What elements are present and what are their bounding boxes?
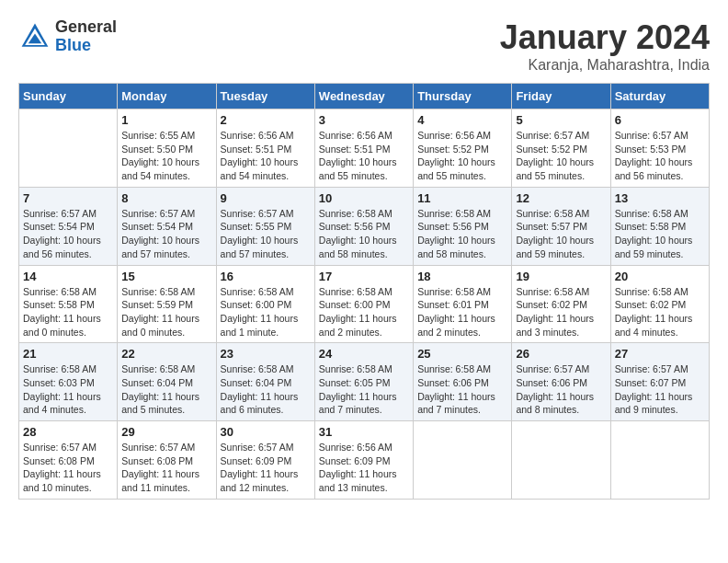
calendar-cell: 9Sunrise: 6:57 AM Sunset: 5:55 PM Daylig… xyxy=(216,187,314,265)
calendar-cell: 11Sunrise: 6:58 AM Sunset: 5:56 PM Dayli… xyxy=(414,187,512,265)
cell-day-number: 24 xyxy=(319,347,409,361)
cell-info-text: Sunrise: 6:55 AM Sunset: 5:50 PM Dayligh… xyxy=(121,129,211,183)
calendar-cell: 19Sunrise: 6:58 AM Sunset: 6:02 PM Dayli… xyxy=(512,265,610,343)
calendar-cell: 31Sunrise: 6:56 AM Sunset: 6:09 PM Dayli… xyxy=(314,421,413,500)
month-title: January 2024 xyxy=(500,18,710,57)
cell-info-text: Sunrise: 6:58 AM Sunset: 5:56 PM Dayligh… xyxy=(319,207,409,261)
cell-day-number: 16 xyxy=(221,270,311,283)
calendar-week-row: 21Sunrise: 6:58 AM Sunset: 6:03 PM Dayli… xyxy=(19,343,710,421)
calendar-cell: 29Sunrise: 6:57 AM Sunset: 6:08 PM Dayli… xyxy=(118,421,216,500)
cell-day-number: 2 xyxy=(221,113,311,127)
weekday-header-cell: Friday xyxy=(512,84,610,109)
calendar-cell: 6Sunrise: 6:57 AM Sunset: 5:53 PM Daylig… xyxy=(610,109,709,188)
cell-day-number: 9 xyxy=(221,191,311,205)
cell-day-number: 25 xyxy=(417,347,507,361)
cell-day-number: 8 xyxy=(121,191,211,205)
logo-text: General Blue xyxy=(55,18,117,55)
cell-info-text: Sunrise: 6:57 AM Sunset: 5:54 PM Dayligh… xyxy=(121,207,211,261)
calendar-cell xyxy=(512,421,610,500)
cell-info-text: Sunrise: 6:57 AM Sunset: 5:55 PM Dayligh… xyxy=(221,207,311,261)
calendar-cell: 24Sunrise: 6:58 AM Sunset: 6:05 PM Dayli… xyxy=(314,343,413,421)
calendar-cell: 7Sunrise: 6:57 AM Sunset: 5:54 PM Daylig… xyxy=(19,187,118,265)
weekday-header-cell: Monday xyxy=(118,84,216,109)
cell-info-text: Sunrise: 6:58 AM Sunset: 6:02 PM Dayligh… xyxy=(615,285,705,339)
calendar-cell xyxy=(19,109,118,188)
cell-info-text: Sunrise: 6:58 AM Sunset: 6:03 PM Dayligh… xyxy=(23,362,113,417)
calendar-cell: 23Sunrise: 6:58 AM Sunset: 6:04 PM Dayli… xyxy=(216,343,314,421)
cell-day-number: 17 xyxy=(319,270,409,283)
location-title: Karanja, Maharashtra, India xyxy=(500,57,710,74)
cell-day-number: 11 xyxy=(417,191,507,205)
logo-blue: Blue xyxy=(55,36,91,54)
cell-day-number: 30 xyxy=(221,425,311,439)
calendar-cell: 13Sunrise: 6:58 AM Sunset: 5:58 PM Dayli… xyxy=(610,187,709,265)
cell-day-number: 12 xyxy=(516,191,606,205)
cell-info-text: Sunrise: 6:57 AM Sunset: 6:09 PM Dayligh… xyxy=(221,441,311,495)
calendar-cell: 16Sunrise: 6:58 AM Sunset: 6:00 PM Dayli… xyxy=(216,265,314,343)
calendar-cell: 5Sunrise: 6:57 AM Sunset: 5:52 PM Daylig… xyxy=(512,109,610,188)
weekday-header-cell: Wednesday xyxy=(314,84,413,109)
cell-day-number: 28 xyxy=(23,425,113,439)
calendar-cell: 17Sunrise: 6:58 AM Sunset: 6:00 PM Dayli… xyxy=(314,265,413,343)
cell-info-text: Sunrise: 6:58 AM Sunset: 6:04 PM Dayligh… xyxy=(121,362,211,417)
weekday-header-cell: Sunday xyxy=(19,84,118,109)
cell-info-text: Sunrise: 6:56 AM Sunset: 5:52 PM Dayligh… xyxy=(417,129,507,183)
cell-info-text: Sunrise: 6:58 AM Sunset: 5:57 PM Dayligh… xyxy=(516,207,606,261)
cell-day-number: 4 xyxy=(417,113,507,127)
calendar-week-row: 1Sunrise: 6:55 AM Sunset: 5:50 PM Daylig… xyxy=(19,109,710,188)
cell-day-number: 22 xyxy=(121,347,211,361)
calendar-cell xyxy=(414,421,512,500)
cell-day-number: 23 xyxy=(221,347,311,361)
cell-day-number: 1 xyxy=(121,113,211,127)
cell-info-text: Sunrise: 6:58 AM Sunset: 5:58 PM Dayligh… xyxy=(615,207,705,261)
cell-info-text: Sunrise: 6:58 AM Sunset: 6:05 PM Dayligh… xyxy=(319,362,409,417)
title-block: January 2024 Karanja, Maharashtra, India xyxy=(500,18,710,74)
cell-info-text: Sunrise: 6:57 AM Sunset: 6:08 PM Dayligh… xyxy=(121,441,211,495)
calendar-cell: 15Sunrise: 6:58 AM Sunset: 5:59 PM Dayli… xyxy=(118,265,216,343)
cell-info-text: Sunrise: 6:56 AM Sunset: 6:09 PM Dayligh… xyxy=(319,441,409,495)
calendar-cell xyxy=(610,421,709,500)
calendar-cell: 4Sunrise: 6:56 AM Sunset: 5:52 PM Daylig… xyxy=(414,109,512,188)
cell-info-text: Sunrise: 6:58 AM Sunset: 6:01 PM Dayligh… xyxy=(417,285,507,339)
calendar-cell: 20Sunrise: 6:58 AM Sunset: 6:02 PM Dayli… xyxy=(610,265,709,343)
cell-day-number: 14 xyxy=(23,270,113,283)
cell-info-text: Sunrise: 6:57 AM Sunset: 6:08 PM Dayligh… xyxy=(23,441,113,495)
cell-day-number: 29 xyxy=(121,425,211,439)
cell-day-number: 5 xyxy=(516,113,606,127)
weekday-header-cell: Thursday xyxy=(414,84,512,109)
calendar-cell: 28Sunrise: 6:57 AM Sunset: 6:08 PM Dayli… xyxy=(19,421,118,500)
logo-icon xyxy=(18,20,51,53)
calendar-cell: 2Sunrise: 6:56 AM Sunset: 5:51 PM Daylig… xyxy=(216,109,314,188)
cell-info-text: Sunrise: 6:58 AM Sunset: 6:06 PM Dayligh… xyxy=(417,362,507,417)
cell-info-text: Sunrise: 6:57 AM Sunset: 6:06 PM Dayligh… xyxy=(516,362,606,417)
weekday-header-cell: Tuesday xyxy=(216,84,314,109)
calendar-cell: 22Sunrise: 6:58 AM Sunset: 6:04 PM Dayli… xyxy=(118,343,216,421)
cell-day-number: 3 xyxy=(319,113,409,127)
calendar-cell: 10Sunrise: 6:58 AM Sunset: 5:56 PM Dayli… xyxy=(314,187,413,265)
calendar-cell: 8Sunrise: 6:57 AM Sunset: 5:54 PM Daylig… xyxy=(118,187,216,265)
calendar-cell: 21Sunrise: 6:58 AM Sunset: 6:03 PM Dayli… xyxy=(19,343,118,421)
cell-day-number: 18 xyxy=(417,270,507,283)
calendar-table: SundayMondayTuesdayWednesdayThursdayFrid… xyxy=(18,83,710,500)
cell-info-text: Sunrise: 6:56 AM Sunset: 5:51 PM Dayligh… xyxy=(319,129,409,183)
cell-day-number: 27 xyxy=(615,347,705,361)
calendar-cell: 1Sunrise: 6:55 AM Sunset: 5:50 PM Daylig… xyxy=(118,109,216,188)
calendar-cell: 12Sunrise: 6:58 AM Sunset: 5:57 PM Dayli… xyxy=(512,187,610,265)
calendar-cell: 25Sunrise: 6:58 AM Sunset: 6:06 PM Dayli… xyxy=(414,343,512,421)
cell-day-number: 13 xyxy=(615,191,705,205)
cell-info-text: Sunrise: 6:58 AM Sunset: 6:02 PM Dayligh… xyxy=(516,285,606,339)
calendar-week-row: 7Sunrise: 6:57 AM Sunset: 5:54 PM Daylig… xyxy=(19,187,710,265)
calendar-cell: 18Sunrise: 6:58 AM Sunset: 6:01 PM Dayli… xyxy=(414,265,512,343)
weekday-header-cell: Saturday xyxy=(610,84,709,109)
cell-day-number: 7 xyxy=(23,191,113,205)
cell-info-text: Sunrise: 6:58 AM Sunset: 6:00 PM Dayligh… xyxy=(221,285,311,339)
calendar-cell: 26Sunrise: 6:57 AM Sunset: 6:06 PM Dayli… xyxy=(512,343,610,421)
weekday-header-row: SundayMondayTuesdayWednesdayThursdayFrid… xyxy=(19,84,710,109)
cell-info-text: Sunrise: 6:58 AM Sunset: 6:04 PM Dayligh… xyxy=(221,362,311,417)
logo-general: General xyxy=(55,17,117,36)
calendar-cell: 14Sunrise: 6:58 AM Sunset: 5:58 PM Dayli… xyxy=(19,265,118,343)
calendar-body: 1Sunrise: 6:55 AM Sunset: 5:50 PM Daylig… xyxy=(19,109,710,500)
calendar-week-row: 28Sunrise: 6:57 AM Sunset: 6:08 PM Dayli… xyxy=(19,421,710,500)
cell-info-text: Sunrise: 6:58 AM Sunset: 5:58 PM Dayligh… xyxy=(23,285,113,339)
cell-day-number: 19 xyxy=(516,270,606,283)
